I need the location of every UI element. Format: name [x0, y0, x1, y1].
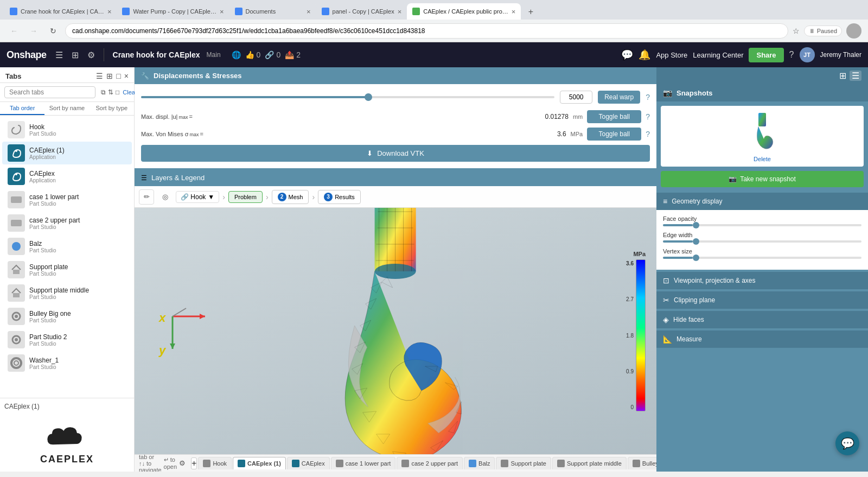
tab-close-4[interactable]: ×: [398, 8, 402, 16]
hamburger-icon[interactable]: ☰: [53, 48, 65, 62]
back-button[interactable]: ←: [7, 23, 22, 39]
download-vtk-button[interactable]: ⬇ Download VTK: [141, 145, 650, 162]
exports-item[interactable]: 📤 2: [285, 50, 301, 59]
hide-faces-header[interactable]: ◈ Hide faces: [656, 311, 868, 328]
sidebar-item-caeplex1[interactable]: CAEplex (1) Application: [2, 142, 132, 164]
panel-grid-icon[interactable]: ⊞: [839, 71, 846, 81]
new-doc-icon[interactable]: □: [116, 88, 119, 96]
face-opacity-track[interactable]: [663, 224, 861, 226]
panel-list-icon[interactable]: ☰: [850, 71, 861, 81]
toggle-ball-help-2[interactable]: ?: [646, 130, 650, 138]
tab-close-1[interactable]: ×: [107, 8, 112, 16]
share-button[interactable]: Share: [749, 48, 783, 62]
toggle-ball-button-2[interactable]: Toggle ball: [587, 128, 641, 141]
sidebar-item-balz[interactable]: Balz Part Studio: [2, 235, 132, 258]
edit-icon-btn[interactable]: ✏: [139, 189, 154, 205]
user-avatar[interactable]: JT: [800, 47, 815, 62]
main-slider[interactable]: [141, 96, 554, 98]
bottom-tab-caeplex[interactable]: CAEplex: [287, 457, 330, 469]
bottom-tab-hook[interactable]: Hook: [198, 457, 232, 469]
sort-icon[interactable]: ⇅: [108, 88, 113, 96]
reload-button[interactable]: ↻: [46, 23, 61, 39]
viewpoint-header[interactable]: ⊡ Viewpoint, projection & axes: [656, 272, 868, 289]
grid-icon[interactable]: ⊞: [69, 48, 81, 62]
bookmark-icon[interactable]: ☆: [793, 27, 800, 35]
browser-tab-1[interactable]: Crane hook for CAEplex | CA… ×: [4, 3, 117, 20]
toggle-ball-help-1[interactable]: ?: [646, 112, 650, 121]
edge-width-track[interactable]: [663, 240, 861, 243]
tab-close-2[interactable]: ×: [220, 8, 224, 16]
onshape-logo[interactable]: Onshape: [7, 49, 47, 61]
browser-tab-4[interactable]: panel - Copy | CAEplex ×: [316, 3, 407, 20]
viewport[interactable]: x y: [135, 208, 656, 454]
grid-view-icon[interactable]: ⊞: [106, 72, 113, 80]
copy-icon[interactable]: ⧉: [101, 88, 106, 96]
chat-bubble[interactable]: 💬: [835, 431, 859, 455]
problem-step[interactable]: Problem: [228, 191, 263, 203]
view-icon-btn[interactable]: ◎: [157, 189, 173, 205]
bottom-tab-case1[interactable]: case 1 lower part: [331, 457, 396, 469]
tab-close-3[interactable]: ×: [307, 8, 311, 16]
vertex-size-track[interactable]: [663, 257, 861, 259]
mesh-step[interactable]: 2 Mesh: [272, 190, 309, 204]
globe-icon[interactable]: 🌐: [232, 50, 241, 59]
results-step[interactable]: 3 Results: [318, 190, 361, 204]
sidebar-item-case2[interactable]: case 2 upper part Part Studio: [2, 212, 132, 234]
bell-icon[interactable]: 🔔: [639, 49, 650, 61]
sidebar-item-hook[interactable]: Hook Part Studio: [2, 118, 132, 141]
edge-width-thumb[interactable]: [693, 238, 699, 245]
sidebar-more-icon[interactable]: □: [116, 72, 120, 80]
tab-order-option[interactable]: Tab order: [0, 102, 44, 115]
bottom-add-btn[interactable]: +: [191, 457, 197, 469]
hook-dropdown[interactable]: 🔗 Hook ▼: [176, 191, 219, 203]
bottom-tab-support-plate[interactable]: Support plate: [496, 457, 551, 469]
sidebar-close-icon[interactable]: ×: [124, 72, 129, 80]
slider-help-icon[interactable]: ?: [646, 93, 650, 101]
sidebar-item-caeplex[interactable]: CAEplex Application: [2, 165, 132, 188]
user-profile-button[interactable]: [846, 23, 861, 39]
chat-nav-icon[interactable]: 💬: [621, 49, 633, 61]
bottom-tab-support-plate-middle[interactable]: Support plate middle: [552, 457, 627, 469]
main-slider-thumb[interactable]: [365, 93, 372, 101]
app-store-btn[interactable]: App Store: [656, 51, 687, 59]
layers-panel[interactable]: ☰ Layers & Legend: [135, 169, 656, 186]
toggle-ball-button-1[interactable]: Toggle ball: [587, 110, 641, 123]
face-opacity-thumb[interactable]: [693, 222, 699, 228]
sidebar-item-support-plate[interactable]: Support plate Part Studio: [2, 258, 132, 281]
real-warp-button[interactable]: Real warp: [598, 91, 640, 104]
delete-snapshot-btn[interactable]: Delete: [754, 156, 771, 162]
user-name[interactable]: Jeremy Thaler: [820, 51, 861, 59]
browser-tab-3[interactable]: Documents ×: [229, 3, 316, 20]
bottom-tab-bulley[interactable]: Bulley Big one: [628, 457, 656, 469]
sidebar-item-support-plate-middle[interactable]: Support plate middle Part Studio: [2, 282, 132, 304]
vertex-size-thumb[interactable]: [693, 255, 699, 261]
bottom-tab-balz[interactable]: Balz: [464, 457, 495, 469]
bottom-settings-icon[interactable]: ⚙: [179, 459, 186, 467]
settings-icon[interactable]: ⚙: [85, 48, 97, 62]
browser-tab-5[interactable]: CAEplex / CAEplex public pro… ×: [407, 3, 521, 20]
address-input[interactable]: [65, 23, 788, 39]
sort-by-name-option[interactable]: Sort by name: [44, 102, 89, 115]
new-tab-button[interactable]: +: [523, 4, 538, 20]
list-view-icon[interactable]: ☰: [96, 72, 103, 80]
paused-badge[interactable]: ⏸ Paused: [804, 26, 842, 36]
likes-item[interactable]: 👍 0: [245, 50, 261, 59]
sidebar-item-case1[interactable]: case 1 lower part Part Studio: [2, 188, 132, 211]
geometry-display-header[interactable]: ≡ Geometry display: [656, 193, 868, 210]
forward-button[interactable]: →: [26, 23, 41, 39]
help-icon[interactable]: ?: [789, 50, 794, 60]
bottom-tab-case2[interactable]: case 2 upper part: [397, 457, 463, 469]
measure-header[interactable]: 📐 Measure: [656, 330, 868, 348]
browser-tab-2[interactable]: Water Pump - Copy | CAEple… ×: [117, 3, 229, 20]
take-snapshot-button[interactable]: 📷 Take new snapshot: [661, 171, 864, 187]
links-item[interactable]: 🔗 0: [265, 50, 280, 59]
sort-by-type-option[interactable]: Sort by type: [90, 102, 134, 115]
tab-close-5[interactable]: ×: [512, 8, 516, 16]
sidebar-item-washer1[interactable]: Washer_1 Part Studio: [2, 352, 132, 374]
sidebar-item-part-studio-2[interactable]: Part Studio 2 Part Studio: [2, 328, 132, 351]
slider-value-input[interactable]: [560, 91, 592, 104]
learning-center-btn[interactable]: Learning Center: [693, 51, 743, 59]
clipping-plane-header[interactable]: ✂ Clipping plane: [656, 291, 868, 309]
sidebar-item-bulley[interactable]: Bulley Big one Part Studio: [2, 305, 132, 328]
sidebar-search-input[interactable]: [4, 86, 95, 98]
